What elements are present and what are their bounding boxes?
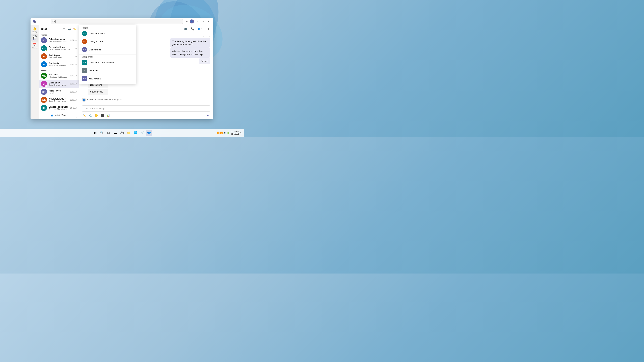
avatar: CD	[82, 31, 87, 36]
chat-info: Eric Ishida Sure, I'll set up something …	[49, 62, 68, 66]
chat-name: Eric Ishida	[49, 62, 68, 64]
taskbar-center: ⊞ 🔍 🗂 ☁ 🎮 📁 🌐 🛒 👥	[92, 130, 152, 136]
group-name: Cassandra's Birthday Plan	[89, 61, 114, 64]
teams-taskbar-button[interactable]: 👥	[146, 130, 152, 136]
chat-preview: You: Great work!	[49, 56, 73, 58]
chat-preview: Sure, I'll set up something for next wee…	[49, 64, 68, 66]
dropdown-item-casey-de-crum[interactable]: CC Casey de Crum	[79, 37, 136, 45]
edge-button[interactable]: 🌐	[132, 130, 138, 136]
sidebar-item-activity[interactable]: 🔔 Activity	[31, 26, 38, 33]
back-button[interactable]: ‹	[38, 19, 43, 24]
audio-call-button[interactable]: 📞	[190, 26, 195, 32]
person-name: Casey de Crum	[89, 40, 104, 43]
taskbar-time: 11:11 AM 6/24/2021	[231, 130, 239, 135]
message-text: o back to that ramne place. I've been cr…	[172, 50, 204, 55]
clock-time: 11:11 AM	[231, 130, 239, 133]
chat-preview: Kayo: The review went really well! Can't…	[49, 84, 68, 86]
chat-name: Cassandra Dunn	[49, 46, 73, 48]
video-call-button[interactable]: 📹	[183, 26, 188, 32]
clock-date: 6/24/2021	[231, 133, 239, 135]
attach-button[interactable]: 📎	[88, 113, 92, 118]
avatar: EI	[41, 61, 47, 67]
dropdown-item-informals[interactable]: IN Informals	[79, 66, 136, 75]
list-item[interactable]: CD Cassandra Dunn Ok I'll send an update…	[39, 44, 79, 52]
people-section-label: People	[79, 26, 136, 29]
dropdown-item-cassandras-birthday[interactable]: CB Cassandra's Birthday Plan	[79, 58, 136, 66]
sidebar-item-chat[interactable]: 💬 Chat	[31, 34, 38, 41]
chat-preview: Ok I'll send an update over later	[49, 48, 73, 50]
start-button[interactable]: ⊞	[92, 130, 98, 136]
search-taskbar-button[interactable]: 🔍	[99, 130, 105, 136]
nav-rail: 🔔 Activity 💬 Chat 📅 Calendar	[30, 25, 39, 119]
search-input-text: Ca	[52, 20, 55, 23]
xbox-button[interactable]: 🎮	[119, 130, 125, 136]
sticker-button[interactable]: 📊	[106, 113, 111, 118]
chat-icon: 💬	[33, 35, 36, 39]
message-time: 12:32 PM	[203, 36, 210, 38]
chat-preview: Kayo: The review went really well! Can't…	[49, 100, 68, 102]
sidebar-item-calendar[interactable]: 📅 Calendar	[31, 42, 38, 50]
list-item[interactable]: EI Eric Ishida Sure, I'll set up somethi…	[39, 60, 79, 68]
emoji-button[interactable]: 😊	[94, 113, 98, 118]
list-item[interactable]: BS Babak Shammas Yah, that sounds great …	[39, 36, 79, 44]
message-text: The itinerary looks great! I love that y…	[172, 40, 206, 45]
activity-icon: 🔔	[33, 27, 36, 31]
group-avatar: CB	[82, 60, 87, 65]
chat-time: 10:48 AM	[70, 107, 77, 109]
message-toolbar: ✏️ 📎 😊 ⬛ 📊 ➤	[82, 113, 210, 118]
list-item[interactable]: WL Will Little I don't see that being an…	[39, 72, 79, 80]
list-item[interactable]: HR Hilary Reyes Haha! 11:02 AM	[39, 88, 79, 96]
filter-button[interactable]: ☰	[62, 27, 66, 31]
store-button[interactable]: 🛒	[139, 130, 145, 136]
notification-area: 🗨	[240, 132, 242, 134]
participants-button[interactable]: 👥 4	[196, 27, 204, 31]
chat-info: Will, Kayo, Eric, +5 Kayo: The review we…	[49, 98, 68, 102]
format-button[interactable]: ✏️	[82, 113, 86, 118]
explorer-button[interactable]: 📁	[126, 130, 132, 136]
dropdown-item-movie-mania[interactable]: MM Movie Mania	[79, 75, 136, 83]
chat-name: Ellis Family	[49, 82, 68, 84]
close-button[interactable]: ✕	[206, 19, 211, 24]
sidebar-title: Chat	[41, 28, 47, 31]
list-item[interactable]: EF Ellis Family Kayo: The review went re…	[39, 80, 79, 88]
task-view-button[interactable]: 🗂	[106, 130, 112, 136]
message-bubbles: 12:32 PM The itinerary looks great! I lo…	[143, 36, 210, 64]
dropdown-item-cassandra-dunn[interactable]: CD Cassandra Dunn	[79, 29, 136, 37]
invite-to-teams-button[interactable]: 👥 Invite to Teams	[41, 113, 77, 118]
chat-name: Will Little	[49, 73, 68, 76]
gif-button[interactable]: ⬛	[100, 113, 105, 118]
widgets-button[interactable]: ☁	[112, 130, 118, 136]
system-text: added	[96, 99, 102, 101]
forward-button[interactable]: ›	[44, 19, 49, 24]
system-actor: Kayo Ellis	[87, 99, 96, 101]
user-avatar[interactable]: 👤	[190, 19, 194, 23]
participants-icon: 👥	[198, 28, 200, 30]
dropdown-item-cathy-perez[interactable]: CP Cathy Perez	[79, 45, 136, 54]
minimize-button[interactable]: −	[195, 19, 200, 24]
status-indicator	[45, 85, 47, 87]
list-item[interactable]: AK Aadi Kapoor You: Great work! 6/2	[39, 52, 79, 60]
send-button[interactable]: ➤	[205, 113, 210, 118]
more-options-button[interactable]: ⋯	[184, 19, 189, 24]
list-item[interactable]: WK Will, Kayo, Eric, +5 Kayo: The review…	[39, 96, 79, 104]
search-bar[interactable]: Ca	[51, 19, 183, 24]
title-bar: T ‹ › Ca ⋯ 👤 − □ ✕	[30, 18, 213, 25]
maximize-button[interactable]: □	[200, 19, 205, 24]
search-dropdown: People CD Cassandra Dunn CC Casey de Cru…	[79, 25, 136, 84]
chat-preview: Charlotte: The client was pretty happy w…	[49, 108, 68, 110]
teams-logo: T	[32, 19, 36, 23]
message-input-box[interactable]: Type a new message	[82, 105, 210, 112]
chat-info: Hilary Reyes Haha!	[49, 90, 68, 94]
more-options-button[interactable]: ⊞	[205, 26, 210, 32]
chat-info: Babak Shammas Yah, that sounds great	[49, 38, 68, 42]
video-call-button[interactable]: 📹	[67, 27, 72, 31]
chat-list: Pinned BS Babak Shammas Yah, that sounds…	[39, 33, 79, 111]
message-placeholder: Type a new message	[84, 107, 105, 110]
chat-name: Aadi Kapoor	[49, 54, 73, 56]
chat-name: Will, Kayo, Eric, +5	[49, 98, 68, 100]
list-item[interactable]: CB Charlotte and Babak Charlotte: The cl…	[39, 104, 79, 111]
new-chat-button[interactable]: ✏️	[72, 27, 77, 31]
status-indicator	[45, 50, 47, 51]
chat-header-actions: 📹 📞 👥 4 ⊞	[183, 26, 210, 32]
avatar: EF	[41, 81, 47, 87]
